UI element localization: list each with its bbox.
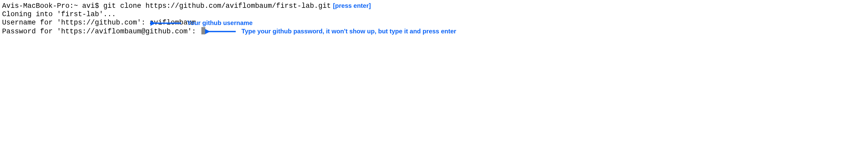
arrow-password-icon (205, 28, 236, 35)
press-enter-annotation: [press enter] (333, 2, 371, 9)
arrow-username-icon (150, 20, 182, 27)
password-hint-annotation: Type your github password, it won't show… (242, 28, 456, 35)
terminal-line-3: Username for 'https://github.com': avifl… (2, 19, 866, 27)
terminal-cursor-icon (202, 27, 205, 34)
username-hint-annotation: Your github username (187, 19, 253, 27)
cloning-output: Cloning into 'first-lab'... (2, 10, 116, 18)
terminal-line-2: Cloning into 'first-lab'... (2, 10, 866, 19)
git-clone-command: git clone https://github.com/aviflombaum… (103, 2, 331, 10)
shell-prompt: Avis-MacBook-Pro:~ avi$ (2, 2, 103, 10)
password-prompt: Password for 'https://aviflombaum@github… (2, 28, 200, 35)
terminal-line-4: Password for 'https://aviflombaum@github… (2, 27, 866, 36)
terminal-line-1: Avis-MacBook-Pro:~ avi$ git clone https:… (2, 2, 866, 10)
username-prompt: Username for 'https://github.com': (2, 19, 150, 27)
